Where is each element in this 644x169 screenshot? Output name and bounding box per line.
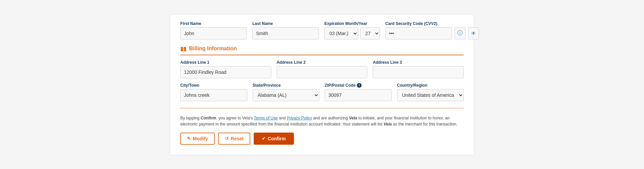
country-label: Country/Region [397, 83, 464, 88]
city-input[interactable] [180, 89, 247, 101]
terms-link[interactable]: Terms of Use [254, 116, 278, 120]
cvv-info-button[interactable]: ⓘ [455, 27, 465, 39]
state-select[interactable]: Alabama (AL) Alaska (AK) Arizona (AZ) Ca… [253, 89, 320, 101]
cvv-input[interactable] [385, 27, 452, 39]
city-label: City/Town [180, 83, 247, 88]
city-state-row: City/Town State/Province Alabama (AL) Al… [180, 83, 464, 101]
address2-label: Address Line 2 [277, 60, 368, 65]
expiration-month-group: Expiration Month/Year 01 (Jan.) 02 (Feb.… [324, 21, 380, 39]
address2-group: Address Line 2 [277, 60, 368, 78]
confirm-checkmark-icon: ✔ [262, 136, 266, 141]
info-circle-icon: ⓘ [457, 30, 463, 37]
confirm-button[interactable]: ✔ Confirm [254, 133, 294, 145]
country-select[interactable]: United States of America Canada United K… [397, 89, 464, 101]
modify-icon: ✎ [187, 136, 191, 141]
expiration-year-select[interactable]: 24 25 26 27 28 29 30 [360, 27, 380, 39]
zip-group: ZIP/Postal Code i [325, 83, 392, 101]
last-name-label: Last Name [252, 21, 319, 26]
billing-section-title: Billing Information [189, 46, 237, 52]
cvv-visibility-button[interactable]: 👁 [468, 27, 479, 39]
cvv-label: Card Security Code (CVV2) [385, 21, 479, 26]
reset-icon: ↺ [225, 136, 229, 141]
address3-group: Address Line 3 [373, 60, 464, 78]
zip-label: ZIP/Postal Code i [325, 83, 392, 88]
state-label: State/Province [253, 83, 320, 88]
disclaimer-text: By tapping Confirm, you agree to Vela's … [180, 115, 464, 127]
reset-button[interactable]: ↺ Reset [218, 133, 250, 145]
zip-info-icon[interactable]: i [357, 83, 362, 88]
privacy-link[interactable]: Privacy Policy [287, 116, 312, 120]
billing-section-header: ▮▮ Billing Information [180, 46, 464, 55]
modify-button[interactable]: ✎ Modify [180, 133, 215, 145]
first-name-label: First Name [180, 21, 247, 26]
zip-input[interactable] [325, 89, 392, 101]
first-name-input[interactable] [180, 27, 247, 39]
button-row: ✎ Modify ↺ Reset ✔ Confirm [180, 133, 464, 145]
cvv-group: Card Security Code (CVV2) ⓘ 👁 [385, 21, 479, 39]
last-name-group: Last Name [252, 21, 319, 39]
expiration-label: Expiration Month/Year [324, 21, 380, 26]
eye-icon: 👁 [471, 31, 476, 36]
address3-label: Address Line 3 [373, 60, 464, 65]
section-divider [180, 108, 464, 108]
first-name-group: First Name [180, 21, 247, 39]
expiration-month-select[interactable]: 01 (Jan.) 02 (Feb.) 03 (Mar.) 04 (Apr.) … [324, 27, 358, 39]
state-group: State/Province Alabama (AL) Alaska (AK) … [253, 83, 320, 101]
last-name-input[interactable] [252, 27, 319, 39]
billing-icon: ▮▮ [180, 46, 186, 52]
country-group: Country/Region United States of America … [397, 83, 464, 101]
payment-form: First Name Last Name Expiration Month/Ye… [170, 14, 474, 155]
address2-input[interactable] [277, 66, 368, 78]
address1-group: Address Line 1 [180, 60, 271, 78]
address1-input[interactable] [180, 66, 271, 78]
address3-input[interactable] [373, 66, 464, 78]
address1-label: Address Line 1 [180, 60, 271, 65]
city-group: City/Town [180, 83, 247, 101]
address-row: Address Line 1 Address Line 2 Address Li… [180, 60, 464, 78]
